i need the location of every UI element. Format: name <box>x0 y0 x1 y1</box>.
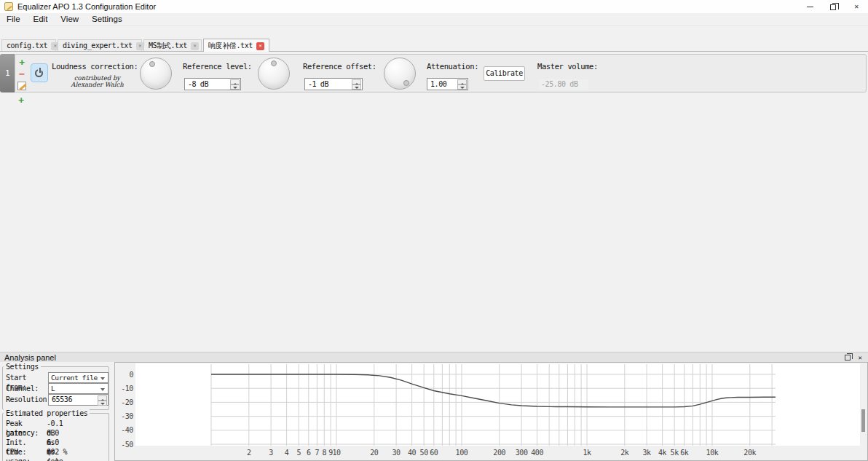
menu-item-file[interactable]: File <box>0 13 27 25</box>
svg-text:4: 4 <box>285 449 289 457</box>
reference-offset-value: -1 dB <box>308 80 328 88</box>
reference-level-label: Reference level: <box>183 62 252 71</box>
tab-3[interactable]: MS制式.txt✕ <box>143 39 202 51</box>
start-from-value: Current file <box>51 374 98 382</box>
svg-text:6: 6 <box>307 449 311 457</box>
spinner-arrows[interactable] <box>230 79 240 89</box>
svg-text:2: 2 <box>247 449 251 457</box>
tab-close-icon[interactable]: ✕ <box>136 42 144 50</box>
svg-text:6k: 6k <box>680 449 689 457</box>
channel-label: Channel: <box>6 384 39 393</box>
reference-offset-label: Reference offset: <box>303 62 376 71</box>
channel-select[interactable]: L <box>48 383 108 394</box>
master-volume-value: -25.80 dB <box>539 79 588 90</box>
svg-text:-40: -40 <box>121 426 133 434</box>
frequency-response-graph[interactable]: 0-10-20-30-40-50234567891020304050601002… <box>114 362 868 461</box>
add-row-button[interactable]: + <box>16 95 26 106</box>
attenuation-knob[interactable] <box>384 58 416 90</box>
edit-filter-icon[interactable] <box>17 82 26 90</box>
close-button[interactable]: ✕ <box>845 0 868 13</box>
property-label: Latency: <box>6 428 39 438</box>
toolbar: ✓ Instant mode Device: Default (耳机 - xdu… <box>0 25 868 39</box>
spinner-arrows[interactable] <box>98 395 107 405</box>
power-toggle-button[interactable] <box>31 63 48 82</box>
start-from-select[interactable]: Current file <box>48 372 108 383</box>
reference-level-value: -8 dB <box>188 80 208 88</box>
graph-scrollbar[interactable] <box>861 409 865 432</box>
svg-text:7: 7 <box>315 449 320 457</box>
spinner-arrows[interactable] <box>352 79 361 89</box>
restore-icon <box>830 4 836 10</box>
knob-indicator <box>149 61 155 67</box>
chevron-down-icon <box>100 388 105 393</box>
close-panel-icon[interactable]: ✕ <box>855 352 865 363</box>
svg-text:100: 100 <box>456 449 468 457</box>
minimize-icon <box>807 7 813 7</box>
svg-text:10k: 10k <box>706 449 719 457</box>
property-value: 0.2 % (one core) <box>47 447 67 461</box>
knob-indicator <box>271 60 277 66</box>
filter-row: + − Loudness correction: contributed by … <box>15 54 867 92</box>
svg-text:3k: 3k <box>642 449 651 457</box>
tab-close-icon[interactable]: ✕ <box>191 42 199 50</box>
analysis-panel-body: Settings Start from:Current fileChannel:… <box>0 362 868 461</box>
svg-text:60: 60 <box>430 449 438 457</box>
restore-button[interactable] <box>821 0 845 13</box>
filter-row-index[interactable]: 1 <box>0 54 15 92</box>
chevron-down-icon <box>100 377 105 382</box>
remove-filter-button[interactable]: − <box>17 69 27 79</box>
undock-panel-icon[interactable] <box>845 355 851 360</box>
menu-item-edit[interactable]: Edit <box>27 13 55 25</box>
attenuation-label: Attenuation: <box>427 62 478 71</box>
menu-bar: FileEditViewSettings <box>0 13 868 25</box>
svg-text:20k: 20k <box>743 449 756 457</box>
filter-title: Loudness correction: <box>52 62 138 71</box>
minimize-button[interactable] <box>798 0 821 13</box>
analysis-panel-header: Analysis panel ✕ <box>0 352 868 362</box>
master-volume-label: Master volume: <box>537 62 598 71</box>
window-title: Equalizer APO 1.3 Configuration Editor <box>17 0 156 13</box>
title-bar: Equalizer APO 1.3 Configuration Editor ✕ <box>0 0 868 13</box>
svg-text:3: 3 <box>269 449 273 457</box>
tab-label: config.txt <box>7 42 47 50</box>
tab-label: MS制式.txt <box>149 42 187 50</box>
editor-area: 1 + − Loudness correction: contributed b… <box>0 52 868 352</box>
resolution-spinner[interactable]: 65536 <box>48 394 108 406</box>
resolution-value: 65536 <box>52 395 72 403</box>
loudness-knob[interactable] <box>140 58 172 90</box>
app-icon <box>4 2 13 11</box>
tab-bar: config.txt✕diving_expert.txt✕MS制式.txt✕响度… <box>0 39 868 52</box>
svg-text:30: 30 <box>392 449 401 457</box>
menu-item-view[interactable]: View <box>54 13 85 25</box>
menu-item-settings[interactable]: Settings <box>85 13 129 25</box>
tab-label: diving_expert.txt <box>63 42 133 50</box>
svg-text:8: 8 <box>322 449 326 457</box>
property-label: CPU usage: <box>6 447 31 461</box>
svg-text:200: 200 <box>493 449 505 457</box>
analysis-panel-title: Analysis panel <box>4 352 56 363</box>
reference-offset-knob[interactable] <box>258 58 290 90</box>
tab-close-icon[interactable]: ✕ <box>256 42 264 50</box>
svg-text:-10: -10 <box>121 385 133 393</box>
add-filter-button[interactable]: + <box>17 58 27 68</box>
svg-text:-30: -30 <box>121 412 133 420</box>
tab-4[interactable]: 响度补偿.txt✕ <box>203 39 269 52</box>
svg-text:40: 40 <box>408 449 417 457</box>
author-text: Alexander Walch <box>52 81 143 88</box>
settings-group-title: Settings <box>4 363 41 371</box>
reference-offset-spinner[interactable]: -1 dB <box>304 78 363 90</box>
tab-1[interactable]: config.txt✕ <box>1 39 56 51</box>
svg-text:400: 400 <box>531 449 543 457</box>
spinner-arrows[interactable] <box>457 79 467 89</box>
svg-text:0: 0 <box>129 371 133 379</box>
svg-text:2k: 2k <box>620 449 629 457</box>
power-icon <box>35 68 44 78</box>
attenuation-spinner[interactable]: 1.00 <box>427 78 468 90</box>
attenuation-value: 1.00 <box>430 80 446 88</box>
channel-value: L <box>51 385 55 393</box>
graph-canvas[interactable]: 0-10-20-30-40-50234567891020304050601002… <box>114 362 868 461</box>
tab-2[interactable]: diving_expert.txt✕ <box>58 39 142 51</box>
calibrate-button[interactable]: Calibrate <box>484 66 525 81</box>
reference-level-spinner[interactable]: -8 dB <box>184 78 241 90</box>
svg-text:300: 300 <box>516 449 528 457</box>
